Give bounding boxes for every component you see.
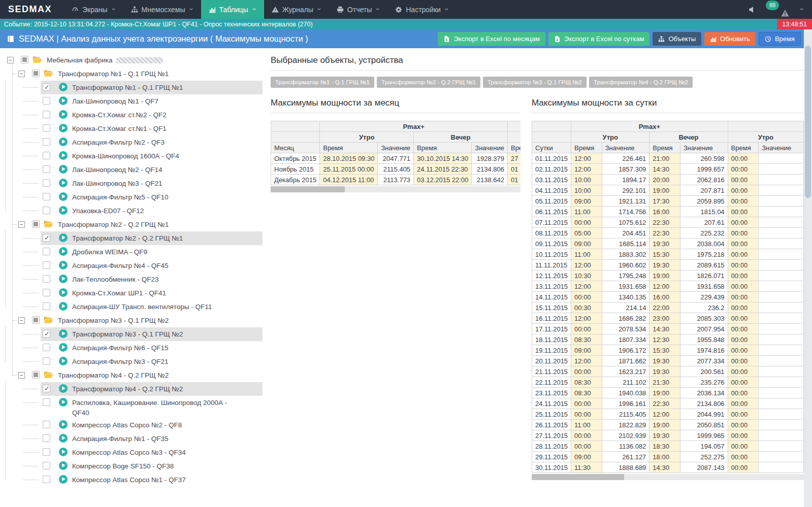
tree-item-label[interactable]: Распиловка, Каширование. Шинопровод 2000… xyxy=(72,396,231,418)
tree-checkbox[interactable] xyxy=(43,111,50,118)
tree-checkbox[interactable] xyxy=(43,179,50,187)
tree-device-row[interactable]: Аспирация-Фильтр №1 - QF35 xyxy=(41,432,263,446)
collapse-toggle-icon[interactable] xyxy=(18,71,25,77)
selected-object-tag[interactable]: Трансформатор №1 - Q.1 ГРЩ №1 xyxy=(271,77,374,88)
tree-checkbox[interactable] xyxy=(43,330,50,337)
tree-checkbox[interactable] xyxy=(43,207,50,214)
play-icon[interactable] xyxy=(59,138,68,146)
tree-device-row[interactable]: Упаковка-ED07 - QF12 xyxy=(41,204,263,218)
play-icon[interactable] xyxy=(59,288,68,297)
tree-item-label[interactable]: Аспирация-Фильтр №1 - QF35 xyxy=(72,432,169,444)
play-icon[interactable] xyxy=(59,275,68,283)
tree-checkbox[interactable] xyxy=(32,316,40,324)
alerts-indicator[interactable]: 88 xyxy=(767,2,789,17)
tree-device-row[interactable]: Аспирация-Фильтр №4 - QF45 xyxy=(41,259,263,273)
tree-checkbox[interactable] xyxy=(43,462,50,469)
nav-item-mnemoschemes[interactable]: Мнемосхемы xyxy=(123,0,201,19)
tree-checkbox[interactable] xyxy=(43,193,50,200)
play-icon[interactable] xyxy=(59,461,68,470)
tree-checkbox[interactable] xyxy=(32,70,40,77)
tree-item-label[interactable]: Трансформатор №1 - Q.1 ГРЩ №1 xyxy=(58,67,169,79)
play-icon[interactable] xyxy=(59,206,68,215)
tree-device-row[interactable]: Трансформатор №1 - Q.1 ГРЩ №1 xyxy=(41,81,263,94)
tree-checkbox[interactable] xyxy=(32,220,40,228)
tree-checkbox[interactable] xyxy=(21,56,28,63)
tree-item-label[interactable]: Компрессор Atlas Copco №1 - QF37 xyxy=(72,473,186,485)
tree-checkbox[interactable] xyxy=(43,234,50,242)
tree-item-label[interactable]: Кромка-Ст.Хомаг ШР1 - QF41 xyxy=(72,286,166,298)
tree-item-label[interactable]: Дробилка WEIMA - QF9 xyxy=(72,245,147,257)
collapse-toggle-icon[interactable] xyxy=(18,317,25,324)
play-icon[interactable] xyxy=(59,448,68,456)
tree-checkbox[interactable] xyxy=(43,302,50,310)
day-table-hscrollbar[interactable] xyxy=(532,474,804,480)
tree-item-label[interactable]: Трансформатор №3 - Q.1 ГРЩ №2 xyxy=(58,314,169,326)
nav-item-journals[interactable]: Журналы xyxy=(264,0,329,19)
nav-item-tables[interactable]: Таблицы xyxy=(201,0,264,19)
scrollbar-thumb[interactable] xyxy=(532,474,624,480)
tree-device-row[interactable]: Лак-Шинопровод №2 - QF14 xyxy=(41,163,263,177)
tree-item-label[interactable]: Трансформатор №2 - Q.2 ГРЩ №1 xyxy=(72,231,183,244)
tree-device-row[interactable]: Кромка-Ст.Хомаг ст.№1 - QF1 xyxy=(41,122,263,136)
volume-muted-icon[interactable] xyxy=(749,6,757,14)
play-icon[interactable] xyxy=(59,233,68,242)
play-icon[interactable] xyxy=(59,110,68,119)
play-icon[interactable] xyxy=(59,420,68,429)
nav-item-screens[interactable]: Экраны xyxy=(64,0,123,19)
scrollbar-thumb[interactable] xyxy=(271,186,345,192)
tree-device-row[interactable]: Аспирация-ШУ Трансп. вентиляторы - QF11 xyxy=(41,300,263,314)
tree-checkbox[interactable] xyxy=(43,275,50,283)
tree-item-label[interactable]: Аспирация-Фильтр №5 - QF10 xyxy=(72,190,169,202)
tree-checkbox[interactable] xyxy=(43,434,50,442)
tree-item-label[interactable]: Упаковка-ED07 - QF12 xyxy=(72,204,144,216)
play-icon[interactable] xyxy=(59,434,68,443)
play-icon[interactable] xyxy=(59,475,68,484)
play-icon[interactable] xyxy=(59,179,68,187)
tree-device-row[interactable]: Распиловка, Каширование. Шинопровод 2000… xyxy=(41,396,263,418)
tree-item-label[interactable]: Лак-Шинопровод №1 - QF7 xyxy=(72,94,158,107)
tree-device-row[interactable]: Трансформатор №2 - Q.2 ГРЩ №1 xyxy=(41,231,263,245)
tree-checkbox[interactable] xyxy=(43,248,50,255)
tree-device-row[interactable]: Лак-Шинопровод №3 - QF21 xyxy=(41,177,263,190)
month-table-hscrollbar[interactable] xyxy=(271,186,521,192)
tree-device-row[interactable]: Компрессор Atlas Copco №1 - QF37 xyxy=(41,473,263,487)
tree-checkbox[interactable] xyxy=(43,398,50,406)
tree-checkbox[interactable] xyxy=(43,138,50,146)
tree-checkbox[interactable] xyxy=(43,165,50,173)
play-icon[interactable] xyxy=(59,343,68,352)
tree-item-label[interactable]: Компрессор Atlas Copco №2 - QF8 xyxy=(72,418,182,430)
tree-item-label[interactable]: Аспирация-Фильтр №4 - QF45 xyxy=(72,259,169,271)
play-icon[interactable] xyxy=(59,357,68,365)
tree-device-row[interactable]: Аспирация-Фильтр №5 - QF10 xyxy=(41,190,263,204)
nav-item-reports[interactable]: Отчеты xyxy=(329,0,387,19)
tree-item-label[interactable]: Кромка-Шинопровод 1600А - QF4 xyxy=(72,149,179,161)
tree-root-row[interactable]: Мебельная фабрика xyxy=(7,53,269,67)
tree-item-label[interactable]: Лак-Теплообменник - QF23 xyxy=(72,273,158,285)
selected-object-tag[interactable]: Трансформатор №3 - Q.1 ГРЩ №2 xyxy=(483,77,587,88)
tree-checkbox[interactable] xyxy=(43,97,50,105)
tree-device-row[interactable]: Аспирация-Фильтр №2 - QF3 xyxy=(41,136,263,149)
tree-checkbox[interactable] xyxy=(43,152,50,159)
selected-object-tag[interactable]: Трансформатор №2 - Q.2 ГРЩ №1 xyxy=(377,77,480,88)
time-button[interactable]: Время xyxy=(759,32,801,46)
play-icon[interactable] xyxy=(59,302,68,311)
tree-checkbox[interactable] xyxy=(32,371,40,379)
tree-item-label[interactable]: Лак-Шинопровод №3 - QF21 xyxy=(72,177,163,189)
tree-device-row[interactable]: Дробилка WEIMA - QF9 xyxy=(41,245,263,259)
tree-item-label[interactable]: Аспирация-Фильтр №3 - QF21 xyxy=(72,355,169,367)
tree-device-row[interactable]: Аспирация-Фильтр №3 - QF21 xyxy=(41,355,263,368)
export-excel-months-button[interactable]: Экспорт в Excel по месяцам xyxy=(438,32,545,46)
tree-item-label[interactable]: Аспирация-Фильтр №2 - QF3 xyxy=(72,136,165,148)
tree-device-row[interactable]: Компрессор Atlas Copco №2 - QF8 xyxy=(41,418,263,432)
collapse-toggle-icon[interactable] xyxy=(18,372,25,379)
tree-checkbox[interactable] xyxy=(43,421,50,428)
tree-item-label[interactable]: Трансформатор №1 - Q.1 ГРЩ №1 xyxy=(72,81,183,93)
tree-device-row[interactable]: Трансформатор №4 - Q.2 ГРЩ №2 xyxy=(41,382,263,396)
play-icon[interactable] xyxy=(59,96,68,105)
play-icon[interactable] xyxy=(59,83,68,91)
tree-item-label[interactable]: Лак-Шинопровод №2 - QF14 xyxy=(72,163,163,175)
tree-checkbox[interactable] xyxy=(43,448,50,456)
tree-device-row[interactable]: Аспирация-Фильтр №6 - QF15 xyxy=(41,341,263,355)
tree-checkbox[interactable] xyxy=(43,261,50,269)
tree-device-row[interactable]: Кромка-Ст.Хомаг ст.№2 - QF2 xyxy=(41,108,263,122)
